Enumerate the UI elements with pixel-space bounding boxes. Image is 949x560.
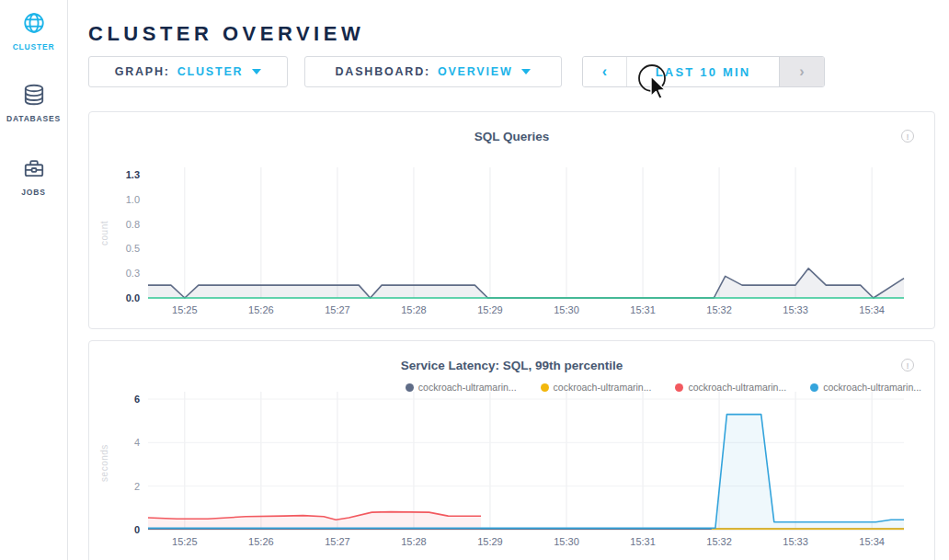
page-title: CLUSTER OVERVIEW [88,22,364,46]
y-tick-label: 0 [134,524,140,535]
chevron-down-icon [252,69,261,74]
graph-dropdown-value: CLUSTER [177,65,244,78]
graph-dropdown[interactable]: GRAPH: CLUSTER [88,56,288,87]
y-tick-label: 0.8 [126,219,140,230]
y-tick-label: 4 [134,437,140,448]
x-tick-label: 15:31 [630,536,656,547]
x-tick-label: 15:30 [554,304,579,315]
y-tick-label: 1.0 [126,194,140,205]
x-tick-label: 15:30 [554,536,579,547]
time-prev-button[interactable]: ‹ [583,57,627,86]
y-tick-label: 6 [134,394,140,405]
dashboard-dropdown-label: DASHBOARD: [336,65,430,78]
x-tick-label: 15:25 [172,536,198,547]
x-tick-label: 15:26 [248,304,274,315]
sql-queries-plot: 15:2515:2615:2715:2815:2915:3015:3115:32… [89,112,936,334]
sidebar-item-label: CLUSTER [0,42,67,51]
dashboard-dropdown[interactable]: DASHBOARD: OVERVIEW [304,56,562,87]
x-tick-label: 15:29 [477,536,503,547]
x-tick-label: 15:27 [325,304,350,315]
y-tick-label: 1.3 [126,169,140,180]
time-next-button[interactable]: › [779,57,824,86]
x-tick-label: 15:33 [783,304,808,315]
graph-dropdown-label: GRAPH: [115,65,170,78]
sidebar-item-cluster[interactable]: CLUSTER [0,11,67,51]
x-tick-label: 15:32 [706,304,732,315]
x-tick-label: 15:28 [401,536,427,547]
service-latency-plot: 15:2515:2615:2715:2815:2915:3015:3115:32… [89,341,936,560]
y-tick-label: 0.5 [126,243,140,254]
dashboard-dropdown-value: OVERVIEW [438,65,513,78]
x-tick-label: 15:34 [859,536,885,547]
y-tick-label: 0.0 [126,292,140,303]
chart-svg: 15:2515:2615:2715:2815:2915:3015:3115:32… [89,341,936,560]
x-tick-label: 15:29 [477,304,503,315]
x-tick-label: 15:33 [783,536,808,547]
y-tick-label: 0.3 [126,268,140,279]
globe-icon [22,11,46,35]
x-tick-label: 15:28 [401,304,427,315]
x-tick-label: 15:34 [859,304,885,315]
briefcase-icon [22,156,46,180]
time-range-selector[interactable]: LAST 10 MIN [627,57,779,86]
x-tick-label: 15:27 [325,536,350,547]
database-icon [22,83,46,107]
sidebar-item-label: DATABASES [0,114,67,123]
x-tick-label: 15:31 [630,304,656,315]
chart-svg: 15:2515:2615:2715:2815:2915:3015:3115:32… [89,112,936,330]
sidebar: CLUSTER DATABASES JOBS [0,0,68,560]
sidebar-item-jobs[interactable]: JOBS [0,156,67,197]
time-range-nav: ‹ LAST 10 MIN › [582,56,825,87]
x-tick-label: 15:32 [706,536,732,547]
sidebar-item-databases[interactable]: DATABASES [0,83,67,123]
sidebar-item-label: JOBS [0,188,67,197]
node-3-latency-area [148,512,481,530]
chevron-down-icon [521,69,531,74]
chart-card-sql-queries: SQL Queries ! count 15:2515:2615:2715:28… [88,111,935,329]
x-tick-label: 15:26 [248,536,274,547]
y-tick-label: 2 [134,481,140,492]
chart-card-service-latency: Service Latency: SQL, 99th percentile ! … [88,340,935,560]
x-tick-label: 15:25 [172,304,198,315]
